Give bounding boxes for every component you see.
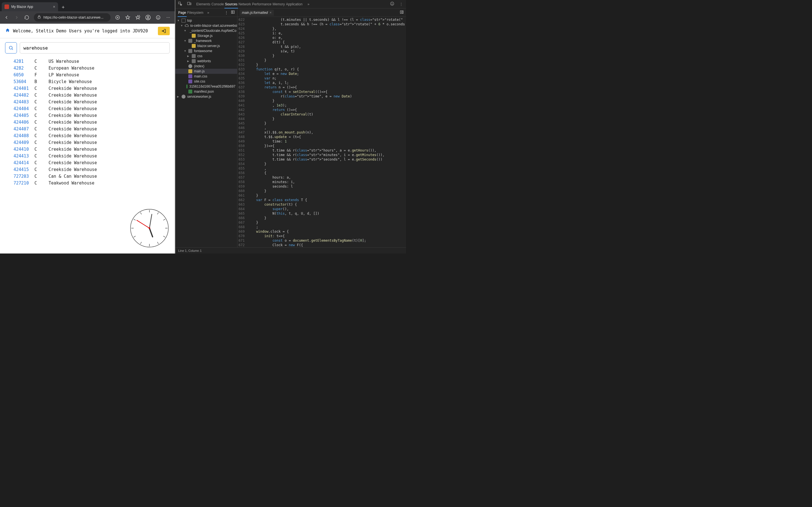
refresh-button[interactable] <box>24 14 30 20</box>
warehouse-id-link[interactable]: 424408 <box>13 133 29 138</box>
new-tab-button[interactable]: + <box>59 3 67 11</box>
warehouse-id-link[interactable]: 424401 <box>13 86 29 91</box>
folder-icon <box>192 54 196 58</box>
tree-node[interactable]: blazor.server.js <box>175 43 237 48</box>
gear-icon <box>182 95 186 99</box>
devtools-subtab-filesystem[interactable]: Filesystem <box>187 9 204 16</box>
tree-node[interactable]: (index) <box>175 64 237 69</box>
code-editor[interactable]: 622 623 624 625 626 627 628 629 630 631 … <box>238 17 406 247</box>
world-icon <box>188 64 192 68</box>
tree-node[interactable]: ▼io-celin-blazor-start.azurewebsite <box>175 23 237 28</box>
more-button[interactable]: ⋯ <box>165 14 171 20</box>
devtools-subtab-page[interactable]: Page <box>177 9 187 17</box>
warehouse-id-link[interactable]: 424415 <box>13 167 29 172</box>
tree-label: _framework <box>194 39 212 43</box>
table-row: 424415CCreekside Warehouse <box>13 166 103 173</box>
tree-label: main.css <box>194 74 207 78</box>
warehouse-id-link[interactable]: 424405 <box>13 113 29 118</box>
collapse-right-icon[interactable] <box>400 10 404 15</box>
warehouse-id-link[interactable]: 6050 <box>13 72 24 77</box>
logout-button[interactable] <box>158 27 170 35</box>
warehouse-name: Creekside Warehouse <box>49 85 103 92</box>
devtools-panel-memory[interactable]: Memory <box>272 1 285 8</box>
warehouse-id-link[interactable]: 4282 <box>13 66 24 71</box>
devtools-subbar: PageFilesystem » ⋮ main.js:formatted × <box>175 8 406 17</box>
js-icon <box>192 34 196 38</box>
tree-node[interactable]: ▶css <box>175 54 237 59</box>
disclosure-icon: ▶ <box>187 55 190 57</box>
forward-button[interactable] <box>13 14 20 20</box>
tree-node[interactable]: main.js <box>175 69 237 74</box>
tree-node[interactable]: ▼fontawsome <box>175 48 237 54</box>
folder-open-icon <box>188 39 192 43</box>
tree-node[interactable]: main.css <box>175 74 237 79</box>
address-bar[interactable]: https://io-celin-blazor-start.azurewe... <box>34 13 110 22</box>
home-icon[interactable] <box>5 28 10 34</box>
warehouse-name: European Warehouse <box>49 65 103 71</box>
devtools-panel-network[interactable]: Network <box>238 1 252 8</box>
devtools-panel-sources[interactable]: Sources <box>224 1 238 8</box>
devtools-panel-application[interactable]: Application <box>285 1 303 8</box>
folder-icon <box>192 59 196 63</box>
tree-node[interactable]: 3156116d1667eea051f96b697 <box>175 84 237 89</box>
warehouse-id-link[interactable]: 424402 <box>13 93 29 98</box>
collections-button[interactable] <box>135 14 141 20</box>
editor-file-tab[interactable]: main.js:formatted × <box>240 10 274 16</box>
profile-button[interactable] <box>145 14 151 20</box>
more-panels-button[interactable]: » <box>307 1 310 8</box>
js-icon <box>192 44 196 48</box>
warehouse-id-link[interactable]: 424410 <box>13 147 29 152</box>
disclosure-icon: ▶ <box>187 60 190 62</box>
disclosure-icon: ▼ <box>184 29 186 32</box>
warehouse-id-link[interactable]: 424406 <box>13 120 29 125</box>
feedback-icon[interactable] <box>390 1 395 7</box>
close-icon[interactable]: × <box>269 11 271 15</box>
collapse-left-icon[interactable] <box>231 10 235 15</box>
warehouse-id-link[interactable]: 424409 <box>13 140 29 145</box>
warehouse-id-link[interactable]: 424413 <box>13 154 29 159</box>
warehouse-id-link[interactable]: 727210 <box>13 180 29 186</box>
tree-node[interactable]: ▶serviceworker.js <box>175 94 237 99</box>
devtools-panel-console[interactable]: Console <box>211 1 224 8</box>
add-page-button[interactable] <box>114 14 121 20</box>
browser-tab[interactable]: My Blazor App × <box>2 2 58 11</box>
warehouse-id-link[interactable]: 424404 <box>13 106 29 111</box>
tree-label: 3156116d1667eea051f96b697 <box>189 84 236 89</box>
warehouse-id-link[interactable]: 727203 <box>13 174 29 179</box>
table-row: 424402CCreekside Warehouse <box>13 92 103 99</box>
tree-node[interactable]: ▼_framework <box>175 38 237 43</box>
tree-node[interactable]: ▼top <box>175 18 237 23</box>
search-input[interactable] <box>20 42 170 54</box>
devtools-panel-elements[interactable]: Elements <box>196 1 211 8</box>
smiley-button[interactable] <box>155 14 161 20</box>
back-button[interactable] <box>3 14 10 20</box>
warehouse-id-link[interactable]: 424414 <box>13 160 29 165</box>
devtools-panel-performance[interactable]: Performance <box>252 1 272 8</box>
warehouse-type: C <box>35 159 49 166</box>
warehouse-id-link[interactable]: 424407 <box>13 126 29 131</box>
tree-node[interactable]: ▼_content/Cloudcrate.AspNetCo <box>175 28 237 33</box>
close-icon[interactable]: × <box>53 4 55 9</box>
search-button[interactable] <box>5 42 17 54</box>
device-icon[interactable] <box>187 1 192 7</box>
tree-node[interactable]: ▶webfonts <box>175 59 237 64</box>
tree-node[interactable]: manifest.json <box>175 89 237 94</box>
warehouse-id-link[interactable]: 4281 <box>13 59 24 64</box>
css-icon <box>188 74 192 78</box>
disclosure-icon: ▼ <box>184 50 187 52</box>
inspect-icon[interactable] <box>177 1 183 7</box>
tree-node[interactable]: site.css <box>175 79 237 84</box>
warehouse-id-link[interactable]: 53604 <box>13 79 26 84</box>
svg-point-3 <box>147 16 149 17</box>
table-row: 727203CCan & Can Warehouse <box>13 173 103 180</box>
tree-node[interactable]: Storage.js <box>175 33 237 38</box>
more-subpanels-button[interactable]: » <box>207 9 210 16</box>
favorite-button[interactable] <box>124 14 131 20</box>
subbar-menu-icon[interactable]: ⋮ <box>225 11 228 15</box>
warehouse-name: Creekside Warehouse <box>49 132 103 139</box>
tab-title: My Blazor App <box>11 5 33 9</box>
svg-point-29 <box>392 3 392 3</box>
warehouse-id-link[interactable]: 424403 <box>13 100 29 105</box>
tree-label: manifest.json <box>194 90 214 94</box>
devtools-menu-icon[interactable]: ⋮ <box>399 2 404 6</box>
